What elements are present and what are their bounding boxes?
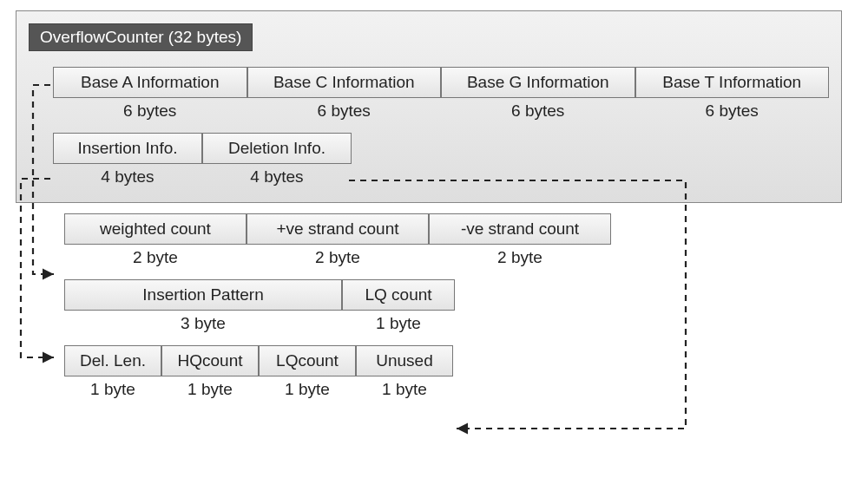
insertion-expansion-sizes: 3 byte 1 byte: [64, 314, 852, 333]
deletion-expansion-sizes: 1 byte 1 byte 1 byte 1 byte: [64, 380, 852, 399]
neg-strand-count-size: 2 byte: [429, 248, 611, 267]
del-len-cell: Del. Len.: [64, 345, 161, 376]
del-len-size: 1 byte: [64, 380, 161, 399]
insertion-expansion-row: Insertion Pattern LQ count: [64, 279, 852, 311]
title-label: OverflowCounter (32 bytes): [29, 23, 253, 51]
lq-count-cell: LQ count: [342, 279, 455, 311]
base-g-cell: Base G Information: [441, 67, 635, 98]
hq-count-cell: HQcount: [161, 345, 259, 376]
base-expansion-sizes: 2 byte 2 byte 2 byte: [64, 248, 852, 267]
hq-count-size: 1 byte: [161, 380, 259, 399]
insertion-info-cell: Insertion Info.: [53, 133, 202, 164]
unused-size: 1 byte: [356, 380, 453, 399]
base-g-size: 6 bytes: [441, 101, 635, 121]
base-c-size: 6 bytes: [247, 101, 442, 121]
weighted-count-cell: weighted count: [64, 213, 247, 245]
lq-count-del-size: 1 byte: [259, 380, 356, 399]
pos-strand-count-size: 2 byte: [247, 248, 429, 267]
expansion-rows: weighted count +ve strand count -ve stra…: [28, 213, 852, 399]
insdel-sizes: 4 bytes 4 bytes: [53, 167, 829, 187]
weighted-count-size: 2 byte: [64, 248, 247, 267]
base-a-size: 6 bytes: [53, 101, 247, 121]
insertion-pattern-size: 3 byte: [64, 314, 342, 333]
base-a-cell: Base A Information: [53, 67, 247, 98]
pos-strand-count-cell: +ve strand count: [247, 213, 429, 245]
insdel-row: Insertion Info. Deletion Info.: [53, 133, 829, 164]
unused-cell: Unused: [356, 345, 453, 376]
base-info-sizes: 6 bytes 6 bytes 6 bytes 6 bytes: [53, 101, 829, 121]
base-expansion-row: weighted count +ve strand count -ve stra…: [64, 213, 852, 245]
deletion-info-cell: Deletion Info.: [202, 133, 352, 164]
deletion-info-size: 4 bytes: [202, 167, 352, 187]
base-t-size: 6 bytes: [635, 101, 830, 121]
base-c-cell: Base C Information: [247, 67, 442, 98]
insertion-info-size: 4 bytes: [53, 167, 202, 187]
insertion-pattern-cell: Insertion Pattern: [64, 279, 342, 311]
base-t-cell: Base T Information: [635, 67, 830, 98]
deletion-expansion-row: Del. Len. HQcount LQcount Unused: [64, 345, 852, 376]
lq-count-del-cell: LQcount: [259, 345, 356, 376]
neg-strand-count-cell: -ve strand count: [429, 213, 611, 245]
base-info-row: Base A Information Base C Information Ba…: [53, 67, 829, 98]
overflow-counter-box: OverflowCounter (32 bytes) Base A Inform…: [16, 10, 842, 203]
lq-count-size: 1 byte: [342, 314, 455, 333]
